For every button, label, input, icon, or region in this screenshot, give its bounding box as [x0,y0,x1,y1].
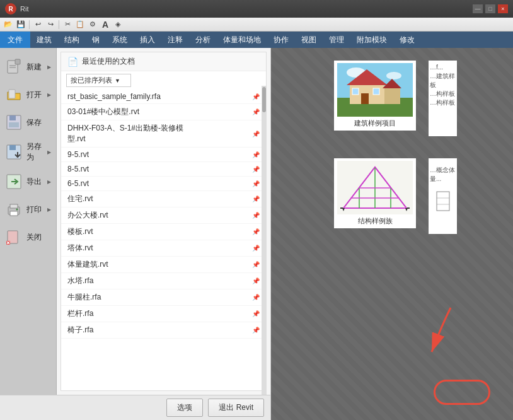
sidebar-item-print[interactable]: 打印 ▶ [0,195,56,223]
scrollbar[interactable] [262,86,267,395]
minimize-button[interactable]: — [473,4,483,13]
menu-item-system[interactable]: 系统 [106,32,134,48]
list-item[interactable]: 办公大楼.rvt 📌 [61,207,266,224]
list-item[interactable]: 牛腿柱.rfa 📌 [61,289,266,306]
svg-rect-7 [9,122,19,127]
maximize-button[interactable]: □ [485,4,495,13]
toolbar-open-icon[interactable]: 📂 [3,19,14,30]
sidebar-item-close[interactable]: 关闭 [0,223,56,251]
sidebar-export-arrow: ▶ [47,179,51,185]
menu-item-addins[interactable]: 附加模块 [350,32,393,48]
partial-arch-card: …f... …建筑样板 …构样板 …构样板 [429,61,457,136]
close-file-icon [5,228,23,246]
menu-item-analyze[interactable]: 分析 [189,32,217,48]
list-item[interactable]: DHHX-F03-A、S-1#出勤楼-装修模型.rvt 📌 [61,120,266,148]
sidebar-print-label: 打印 [26,204,42,215]
menu-item-massing[interactable]: 体量和场地 [217,32,267,48]
toolbar-undo-icon[interactable]: ↩ [32,19,43,30]
menu-item-file[interactable]: 文件 [0,32,30,48]
toolbar-separator-2 [59,20,59,29]
list-item[interactable]: 6-5.rvt 📌 [61,177,266,191]
list-item[interactable]: 9-5.rvt 📌 [61,148,266,162]
svg-point-22 [386,72,401,79]
menu-item-insert[interactable]: 插入 [134,32,161,48]
new-icon [5,58,23,76]
sort-dropdown[interactable]: 按已排序列表 ▼ [66,74,131,87]
toolbar-paste-icon[interactable]: 📋 [74,19,86,30]
toolbar-redo-icon[interactable]: ↪ [45,19,56,30]
dropdown-arrow-icon: ▼ [115,78,120,84]
sidebar-open-arrow: ▶ [47,92,51,98]
toolbar-save-icon[interactable]: 💾 [15,19,26,30]
main-area: 新建 ▶ 打开 ▶ [0,48,513,420]
architecture-card-label: 建筑样例项目 [354,119,396,128]
scrollbar-thumb[interactable] [262,87,266,112]
sidebar-item-saveas[interactable]: 另存为 ▶ [0,136,56,168]
bottom-bar: 选项 退出 Revit [0,395,270,420]
sidebar-saveas-arrow: ▶ [47,149,51,155]
pin-icon: 📌 [252,131,260,137]
sidebar-item-open[interactable]: 打开 ▶ [0,81,56,108]
list-item[interactable]: 03-01#楼中心模型.rvt 📌 [61,104,266,120]
recent-header-icon: 📄 [67,57,78,67]
svg-rect-29 [384,88,400,104]
save-icon [5,114,23,131]
toolbar-extra-icon[interactable]: ◈ [112,19,124,30]
open-icon [5,86,23,103]
structure-card[interactable]: 结构样例族 [334,158,416,228]
menu-item-view[interactable]: 视图 [295,32,323,48]
pin-icon: 📌 [252,228,260,235]
list-item[interactable]: 椅子.rfa 📌 [61,322,266,339]
app-logo: R [5,3,16,15]
list-item[interactable]: rst_basic_sample_family.rfa 📌 [61,90,266,104]
list-item[interactable]: 栏杆.rfa 📌 [61,306,266,322]
pin-icon: 📌 [252,212,260,219]
sidebar-item-export[interactable]: 导出 ▶ [0,168,56,195]
sidebar-close-label: 关闭 [26,232,42,243]
close-button[interactable]: × [498,4,508,13]
title-bar: R Rit — □ × [0,0,513,18]
toolbar-misc-icon[interactable]: ✂ [62,19,73,30]
menu-bar: 文件 建筑 结构 钢 系统 插入 注释 分析 体量和场地 协作 视图 管理 附加… [0,32,513,48]
recent-list: rst_basic_sample_family.rfa 📌 03-01#楼中心模… [61,90,266,390]
file-panel-inner: 新建 ▶ 打开 ▶ [0,48,270,395]
pin-icon: 📌 [252,108,260,115]
exit-button[interactable]: 退出 Revit [208,399,264,417]
svg-rect-26 [361,93,369,104]
list-item[interactable]: 8-5.rvt 📌 [61,162,266,177]
list-item[interactable]: 水塔.rfa 📌 [61,273,266,289]
saveas-icon [5,143,23,161]
menu-item-architecture[interactable]: 建筑 [30,32,58,48]
list-item[interactable]: 住宅.rvt 📌 [61,191,266,207]
menu-item-manage[interactable]: 管理 [323,32,350,48]
options-button[interactable]: 选项 [166,399,203,417]
pin-icon: 📌 [252,166,260,173]
sidebar-open-label: 打开 [26,90,42,100]
menu-item-steel[interactable]: 钢 [86,32,106,48]
pin-icon: 📌 [252,261,260,268]
sidebar-new-label: 新建 [26,62,42,73]
sidebar-save-label: 保存 [26,117,42,128]
window-controls[interactable]: — □ × [473,4,508,13]
pin-icon: 📌 [252,294,260,301]
architecture-card[interactable]: 建筑样例项目 [334,61,416,131]
list-item[interactable]: 体量建筑.rvt 📌 [61,257,266,273]
sidebar-item-new[interactable]: 新建 ▶ [0,53,56,81]
list-item[interactable]: 塔体.rvt 📌 [61,240,266,257]
list-item[interactable]: 楼板.rvt 📌 [61,224,266,240]
menu-item-collaborate[interactable]: 协作 [267,32,295,48]
toolbar-settings-icon[interactable]: ⚙ [87,19,98,30]
print-icon [5,201,23,218]
file-panel: 新建 ▶ 打开 ▶ [0,48,271,420]
recent-header-text: 最近使用的文档 [82,56,135,67]
export-icon [5,173,23,190]
svg-rect-45 [437,192,449,211]
sidebar-export-label: 导出 [26,177,42,187]
pin-icon: 📌 [252,310,260,317]
sort-bar: 按已排序列表 ▼ [61,71,266,90]
menu-item-annotate[interactable]: 注释 [161,32,189,48]
menu-item-modify[interactable]: 修改 [393,32,421,48]
sidebar-item-save[interactable]: 保存 [0,108,56,136]
toolbar-text-icon[interactable]: A [100,19,111,30]
menu-item-structure[interactable]: 结构 [58,32,86,48]
